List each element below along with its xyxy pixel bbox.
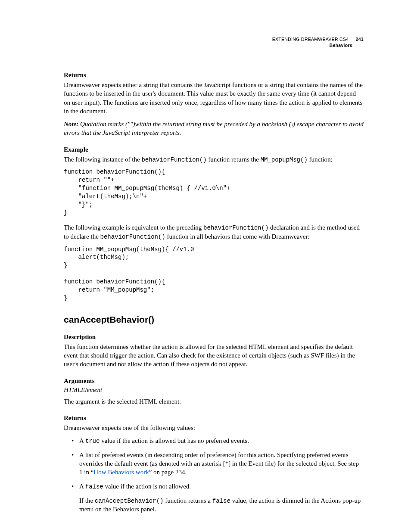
arguments-heading: Arguments <box>64 377 364 385</box>
returns-list: A true value if the action is allowed bu… <box>72 436 364 514</box>
example-intro-pre: The following instance of the <box>64 156 141 163</box>
example-para-2: The following example is equivalent to t… <box>64 223 364 241</box>
example-intro: The following instance of the behaviorFu… <box>64 155 364 164</box>
inline-code: MM_popupMsg() <box>261 156 308 163</box>
cross-reference-link[interactable]: How Behaviors work <box>93 469 149 476</box>
sub-text: If the <box>79 497 95 504</box>
returns-heading-2: Returns <box>64 414 364 422</box>
bullet-text: value if the action is allowed but has n… <box>100 437 249 444</box>
note-body: Quotation marks ("")within the returned … <box>64 121 364 136</box>
bullet-sub-paragraph: If the canAcceptBehavior() function retu… <box>79 496 364 514</box>
inline-code: behaviorFunction() <box>203 224 268 231</box>
list-item: A false value if the action is not allow… <box>72 482 364 514</box>
sub-text: function returns a <box>163 497 212 504</box>
example-heading: Example <box>64 146 364 153</box>
code-block-2: function MM_popupMsg(theMsg){ //v1.0 ale… <box>64 246 364 302</box>
bullet-text: A <box>79 437 85 444</box>
note-lead: Note: <box>64 121 78 128</box>
bullet-text: ” on page 234. <box>149 469 187 476</box>
para2-post: function in all behaviors that come with… <box>165 233 310 240</box>
page-content: EXTENDING DREAMWEAVER CS4 241 Behaviors … <box>0 0 411 532</box>
para2-pre: The following example is equivalent to t… <box>64 224 203 231</box>
returns-intro-2: Dreamweaver expects one of the following… <box>64 423 364 432</box>
page-header: EXTENDING DREAMWEAVER CS4 241 Behaviors <box>64 37 364 48</box>
bullet-text: value if the action is not allowed. <box>103 483 191 490</box>
argument-name: HTMLElement <box>64 386 364 394</box>
returns-body-1: Dreamweaver expects either a string that… <box>64 81 364 115</box>
page-number: 241 <box>353 37 364 42</box>
inline-code: behaviorFunction() <box>141 156 206 163</box>
list-item: A true value if the action is allowed bu… <box>72 436 364 445</box>
list-item: A list of preferred events (in descendin… <box>72 451 364 477</box>
example-intro-mid: function returns the <box>207 156 261 163</box>
header-line-1: EXTENDING DREAMWEAVER CS4 241 <box>272 37 364 42</box>
inline-code: true <box>85 438 100 445</box>
inline-code: canAcceptBehavior() <box>95 498 164 504</box>
book-title: EXTENDING DREAMWEAVER CS4 <box>272 37 349 42</box>
inline-code: false <box>85 483 103 490</box>
description-heading: Description <box>64 333 364 341</box>
function-title: canAcceptBehavior() <box>64 314 364 325</box>
example-intro-post: function: <box>308 156 333 163</box>
chapter-name: Behaviors <box>64 43 364 48</box>
bullet-text: A <box>79 483 85 490</box>
inline-code: false <box>212 498 230 504</box>
arguments-body: The argument is the selected HTML elemen… <box>64 397 364 406</box>
description-body: This function determines whether the act… <box>64 342 364 369</box>
inline-code: behaviorFunction() <box>100 233 165 240</box>
note-paragraph: Note: Quotation marks ("")within the ret… <box>64 120 364 137</box>
returns-heading-1: Returns <box>64 72 364 79</box>
code-block-1: function behaviorFunction(){ return ""+ … <box>64 168 364 217</box>
